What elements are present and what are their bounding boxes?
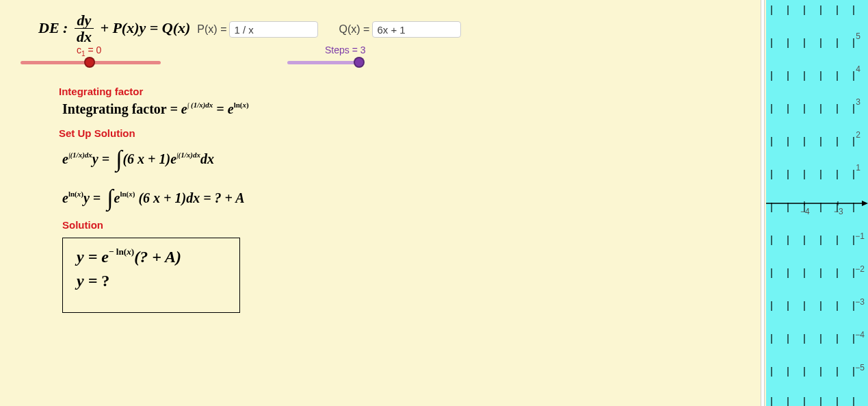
heading-integrating-factor: Integrating factor: [59, 86, 143, 97]
svg-text:−3: −3: [855, 297, 865, 307]
panel-divider[interactable]: [761, 0, 765, 406]
svg-text:−1: −1: [855, 231, 865, 241]
c1-slider-label: c1 = 0: [77, 45, 101, 58]
svg-text:−2: −2: [855, 264, 865, 274]
setup-line-1: e∫(1/x)dxy = ∫(6 x + 1)e∫(1/x)dxdx: [62, 147, 214, 173]
p-input-wrap: P(x) =: [197, 21, 318, 38]
c1-slider-knob[interactable]: [84, 57, 95, 68]
de-rhs: + P(x)y = Q(x): [100, 19, 190, 36]
steps-slider-track[interactable]: [287, 61, 359, 64]
svg-text:−4: −4: [855, 330, 865, 340]
heading-set-up: Set Up Solution: [59, 127, 135, 139]
x-tick--3: −3: [834, 207, 843, 216]
p-input[interactable]: [229, 21, 318, 38]
de-frac-num: dy: [75, 13, 94, 29]
q-label: Q(x) =: [339, 23, 369, 36]
steps-slider-knob[interactable]: [354, 57, 365, 68]
heading-solution: Solution: [62, 219, 103, 231]
q-input-wrap: Q(x) =: [339, 21, 461, 38]
de-equation: DE : dy dx + P(x)y = Q(x): [38, 13, 190, 45]
graph-panel[interactable]: −4 −3 5 4 3 2 1 −1 −2 −3 −4 −5: [766, 0, 868, 406]
c1-slider[interactable]: c1 = 0: [21, 45, 161, 72]
svg-text:4: 4: [856, 64, 860, 74]
solution-line-1: y = e− ln(x)(? + A): [77, 248, 228, 266]
svg-text:1: 1: [856, 163, 860, 173]
de-frac-den: dx: [75, 29, 94, 45]
steps-slider-label: Steps = 3: [325, 45, 366, 55]
graph-svg: −4 −3 5 4 3 2 1 −1 −2 −3 −4 −5: [766, 0, 868, 406]
setup-line-2: eln(x)y = ∫eln(x) (6 x + 1)dx = ? + A: [62, 186, 245, 212]
de-fraction: dy dx: [75, 13, 94, 45]
de-equation-row: DE : dy dx + P(x)y = Q(x) P(x) = Q(x) =: [38, 12, 461, 47]
svg-text:5: 5: [856, 31, 860, 41]
svg-text:−5: −5: [855, 363, 865, 372]
integrating-factor-line: Integrating factor = e∫ (1/x)dx = eln(x): [62, 101, 249, 117]
solution-line-2: y = ?: [77, 272, 228, 290]
q-input[interactable]: [372, 21, 461, 38]
steps-slider[interactable]: Steps = 3: [287, 45, 363, 72]
de-prefix: DE :: [38, 19, 68, 36]
svg-text:3: 3: [856, 97, 860, 107]
x-tick--4: −4: [800, 207, 810, 216]
solution-box: y = e− ln(x)(? + A) y = ?: [62, 238, 240, 313]
p-label: P(x) =: [197, 23, 226, 36]
svg-text:2: 2: [856, 130, 860, 140]
